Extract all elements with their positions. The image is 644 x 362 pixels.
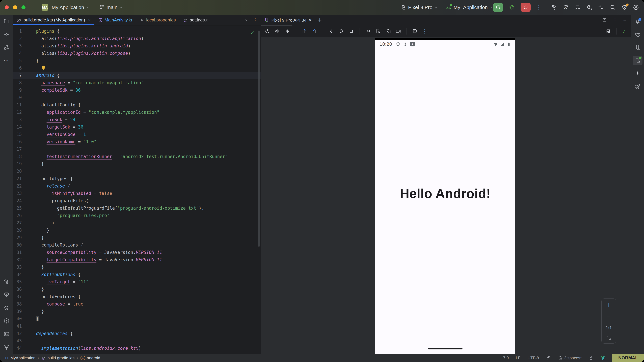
zoom-window-button[interactable] [22,5,26,9]
code-line[interactable]: 26 "proguard-rules.pro" [13,212,261,219]
code-line[interactable]: 37 buildFeatures { [13,293,261,300]
tool-gradle[interactable] [634,28,641,41]
code-line[interactable]: 22 release { [13,182,261,190]
code-line[interactable]: 43 [13,337,261,345]
tool-notifications[interactable] [634,15,641,28]
tool-logcat[interactable] [4,301,10,314]
code-line[interactable]: 17 [13,145,261,153]
gesture-navigation-bar[interactable] [428,348,462,350]
code-line[interactable]: 23 isMinifyEnabled = false [13,190,261,197]
code-line[interactable]: 39 } [13,308,261,315]
run-configuration-selector[interactable]: My_Application [446,4,493,10]
code-line[interactable]: 35 jvmTarget = "11" [13,278,261,286]
panel-options-icon[interactable]: ⋮ [612,17,618,23]
unlocked-icon[interactable] [589,356,594,360]
hide-panel-icon[interactable]: − [623,17,626,23]
code-line[interactable]: 24 proguardFiles( [13,197,261,204]
build-hammer-icon[interactable] [551,4,557,10]
tab-mainactivity[interactable]: MainActivity.kt [94,15,136,25]
code-line[interactable]: 36 } [13,286,261,293]
indent-widget[interactable]: 2 spaces* [558,356,582,360]
tab-settings-gradle[interactable]: settings.g [180,15,212,25]
fit-to-window-icon[interactable] [606,335,611,340]
android-back-icon[interactable] [328,28,334,34]
code-line[interactable]: 14 targetSdk = 36 [13,123,261,131]
project-selector[interactable]: My Application [52,4,90,10]
close-icon[interactable]: × [309,17,312,23]
vim-mode-badge[interactable]: NORMAL [612,354,644,362]
tool-device-manager[interactable] [634,41,641,54]
rerun-button[interactable] [493,3,503,12]
device-tab[interactable]: Pixel 9 Pro API 34 × [261,15,315,25]
more-run-options-icon[interactable]: ⋮ [536,5,541,10]
code-line[interactable]: 34 kotlinOptions { [13,271,261,278]
editor-scrollbar[interactable] [258,30,260,247]
code-line[interactable]: 3 alias(libs.plugins.kotlin.android) [13,42,261,50]
tool-running-devices[interactable] [633,54,642,67]
caret-position-widget[interactable]: 7:9 [503,356,509,360]
code-line[interactable]: 16 versionName = "1.0" [13,138,261,145]
code-line[interactable]: 25 getDefaultProguardFile("proguard-andr… [13,204,261,212]
reset-device-icon[interactable] [412,28,418,34]
rotate-right-icon[interactable] [312,28,317,34]
debug-button[interactable] [509,4,515,10]
actual-size-button[interactable]: 1:1 [606,325,612,330]
tool-commit[interactable] [4,28,10,41]
code-line[interactable]: 44 implementation(libs.androidx.core.ktx… [13,345,261,352]
code-line[interactable]: 2 alias(libs.plugins.android.application… [13,35,261,42]
code-line[interactable]: 5} [13,57,261,64]
code-line[interactable]: 31 sourceCompatibility = JavaVersion.VER… [13,249,261,256]
tool-problems[interactable] [4,314,10,328]
code-line[interactable]: 27 ) [13,219,261,227]
tool-resource-manager[interactable] [4,41,10,54]
zoom-out-button[interactable]: − [607,313,611,320]
tool-terminal[interactable] [4,328,10,341]
android-overview-icon[interactable] [348,28,354,34]
layout-inspector-icon[interactable] [606,28,611,34]
tab-build-gradle[interactable]: build.gradle.kts (My Application) × [13,15,94,25]
code-line[interactable]: 12 applicationId = "com.example.myapplic… [13,109,261,116]
code-line[interactable]: 29 } [13,234,261,241]
code-line[interactable]: 1plugins { [13,27,261,35]
code-line[interactable]: 41 [13,323,261,330]
android-home-icon[interactable] [338,28,344,34]
emulator-screen[interactable]: 10:20 A Hello Android! [375,38,515,354]
code-line[interactable]: 32 targetCompatibility = JavaVersion.VER… [13,256,261,264]
minimize-window-button[interactable] [13,5,17,9]
apply-changes-icon[interactable]: A [563,4,569,10]
tool-gemini-assistant[interactable] [634,67,641,80]
open-in-window-icon[interactable] [602,18,607,22]
encoding-widget[interactable]: UTF-8 [528,356,539,360]
code-line[interactable]: 10 [13,94,261,101]
inspections-passed-icon[interactable]: ✓ [251,29,254,36]
code-line[interactable]: 42dependencies { [13,330,261,337]
hidden-tabs-chevron-icon[interactable] [244,18,248,22]
volume-up-icon[interactable] [275,28,280,34]
code-line[interactable]: 38 compose = true [13,300,261,308]
code-line[interactable]: 21 buildTypes { [13,175,261,182]
stop-button[interactable] [520,3,531,12]
code-line[interactable]: 40} [13,315,261,323]
tool-more[interactable]: ⋯ [4,54,9,67]
code-line[interactable]: 11 defaultConfig { [13,101,261,109]
screenshot-camera-icon[interactable] [386,28,391,34]
volume-down-icon[interactable] [285,28,290,34]
line-separator-widget[interactable]: LF [516,356,520,360]
tab-local-properties[interactable]: local.properties [136,15,180,25]
code-line[interactable]: 13 minSdk = 24 [13,116,261,123]
breadcrumb-file[interactable]: build.gradle.kts [42,356,74,360]
code-line[interactable]: 6 [13,64,261,72]
tool-firebase-test-lab[interactable] [634,80,641,93]
breadcrumb-module[interactable]: MyApplication [5,356,36,360]
gradle-sync-icon[interactable] [598,4,604,10]
code-line[interactable]: 15 versionCode = 1 [13,131,261,138]
screen-record-icon[interactable] [396,28,401,34]
code-line[interactable]: 19 } [13,160,261,168]
settings-icon[interactable]: ⚙ [622,4,627,10]
ai-assist-disabled-icon[interactable] [546,356,551,360]
tab-options-icon[interactable]: ⋮ [253,17,258,23]
vcs-branch-selector[interactable]: main [100,4,123,10]
code-line[interactable]: 4 alias(libs.plugins.kotlin.compose) [13,50,261,57]
tool-project[interactable] [4,15,10,28]
tool-version-control[interactable] [4,341,10,354]
